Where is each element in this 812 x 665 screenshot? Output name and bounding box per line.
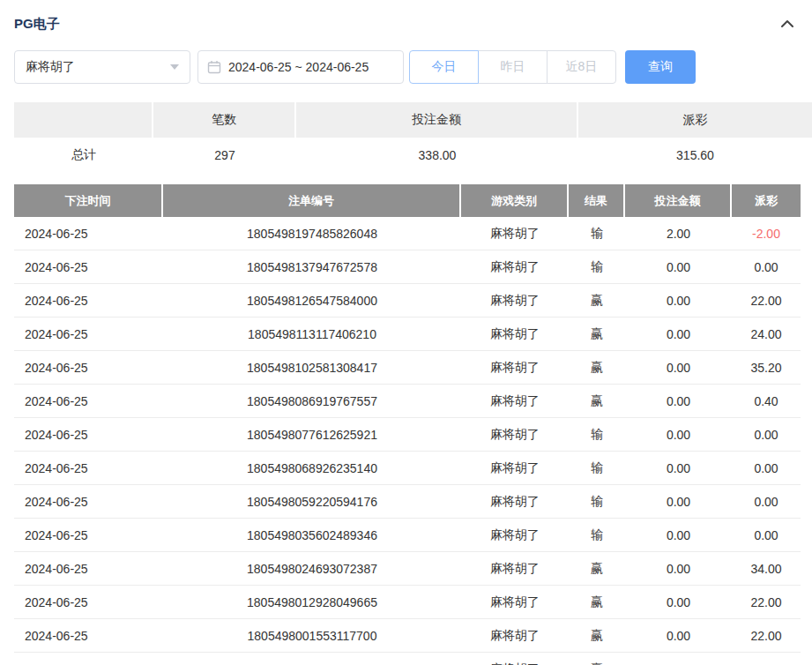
- cell-bet-time: 2024-06-25: [14, 385, 163, 418]
- cell-bet-amount: 0.00: [625, 619, 732, 653]
- table-row: 2024-06-251805498001553117700麻将胡了赢0.0022…: [14, 619, 801, 653]
- cell-result: 输: [569, 418, 625, 452]
- cell-result: 赢: [569, 619, 625, 653]
- cell-bet-time: 2024-06-25: [14, 318, 163, 351]
- quick-filter-yesterday[interactable]: 昨日: [478, 50, 548, 84]
- summary-header-bet-amount: 投注金额: [296, 102, 578, 138]
- collapse-button[interactable]: [780, 16, 794, 32]
- cell-game-type: 麻将胡了: [461, 318, 569, 351]
- table-row: 2024-06-251805498035602489346麻将胡了输0.000.…: [14, 519, 801, 552]
- cell-game-type: 麻将胡了: [461, 351, 569, 385]
- cell-bet-time: 2024-06-25: [14, 351, 163, 385]
- cell-payout: 35.20: [732, 351, 801, 385]
- cell-result: 赢: [569, 385, 625, 418]
- cell-bet-id: 1805498001553117700: [163, 619, 461, 653]
- summary-header-payout: 派彩: [578, 102, 812, 138]
- cell-result: 赢: [569, 351, 625, 385]
- cell-game-type: 麻将胡了: [461, 485, 569, 519]
- cell-bet-time: 2024-06-25: [14, 619, 163, 653]
- header-bet-amount: 投注金额: [625, 184, 732, 217]
- filter-bar: 麻将胡了 2024-06-25 ~ 2024-06-25 今日 昨日 近8日 查…: [14, 50, 812, 84]
- table-row: 2024-06-251805498059220594176麻将胡了输0.000.…: [14, 485, 801, 519]
- cell-bet-amount: 0.00: [625, 452, 732, 485]
- cell-result: 输: [569, 519, 625, 552]
- summary-total-row: 总计 297 338.00 315.60: [14, 138, 812, 172]
- cell-bet-amount: 0.00: [625, 586, 732, 619]
- summary-header-count: 笔数: [153, 102, 296, 138]
- cell-bet-time: 2024-06-25: [14, 418, 163, 452]
- cell-bet-id: 1805498024693072387: [163, 552, 461, 586]
- cell-bet-time: 2024-06-25: [14, 284, 163, 318]
- cell-bet-amount: 0.00: [625, 351, 732, 385]
- summary-header-row: 笔数 投注金额 派彩: [14, 102, 812, 138]
- cell-bet-time: 2024-06-25: [14, 217, 163, 250]
- date-range-value: 2024-06-25 ~ 2024-06-25: [228, 60, 369, 74]
- cell-bet-amount: 0.00: [625, 552, 732, 586]
- cell-bet-id: 1805497990192443392: [163, 653, 461, 665]
- header-game-type: 游戏类别: [461, 184, 569, 217]
- cell-payout: 0.00: [732, 485, 801, 519]
- cell-payout: 22.00: [732, 284, 801, 318]
- header-payout: 派彩: [732, 184, 801, 217]
- quick-filter-last8days[interactable]: 近8日: [547, 50, 616, 84]
- panel-header: PG电子: [14, 14, 812, 34]
- cell-bet-time: 2024-06-25: [14, 586, 163, 619]
- cell-game-type: 麻将胡了: [461, 250, 569, 284]
- cell-bet-id: 1805498012928049665: [163, 586, 461, 619]
- cell-bet-amount: 0.00: [625, 418, 732, 452]
- bet-table: 下注时间 注单编号 游戏类别 结果 投注金额 派彩 2024-06-251805…: [14, 184, 801, 665]
- cell-result: 赢: [569, 586, 625, 619]
- cell-bet-id: 1805498035602489346: [163, 519, 461, 552]
- cell-result: 输: [569, 217, 625, 250]
- bet-table-wrap: 下注时间 注单编号 游戏类别 结果 投注金额 派彩 2024-06-251805…: [14, 184, 812, 665]
- cell-result: 赢: [569, 653, 625, 665]
- search-button[interactable]: 查询: [625, 50, 696, 84]
- cell-bet-id: 1805498068926235140: [163, 452, 461, 485]
- cell-bet-time: 2024-06-25: [14, 485, 163, 519]
- table-row: 2024-06-251805498068926235140麻将胡了输0.000.…: [14, 452, 801, 485]
- bet-table-body: 2024-06-251805498197485826048麻将胡了输2.00-2…: [14, 217, 801, 665]
- table-scrollbar[interactable]: [801, 184, 812, 665]
- cell-bet-amount: 0.00: [625, 519, 732, 552]
- cell-bet-amount: 0.00: [625, 485, 732, 519]
- table-row: 2024-06-251805497990192443392麻将胡了赢0.0022…: [14, 653, 801, 665]
- cell-payout: 22.00: [732, 619, 801, 653]
- cell-bet-id: 1805498077612625921: [163, 418, 461, 452]
- table-row: 2024-06-251805498102581308417麻将胡了赢0.0035…: [14, 351, 801, 385]
- table-row: 2024-06-251805498024693072387麻将胡了赢0.0034…: [14, 552, 801, 586]
- cell-bet-time: 2024-06-25: [14, 250, 163, 284]
- table-row: 2024-06-251805498077612625921麻将胡了输0.000.…: [14, 418, 801, 452]
- table-row: 2024-06-251805498012928049665麻将胡了赢0.0022…: [14, 586, 801, 619]
- header-result: 结果: [569, 184, 625, 217]
- summary-total-count: 297: [153, 138, 296, 172]
- date-range-picker[interactable]: 2024-06-25 ~ 2024-06-25: [197, 50, 404, 84]
- cell-result: 赢: [569, 318, 625, 351]
- cell-payout: 22.00: [732, 653, 801, 665]
- bet-table-header-row: 下注时间 注单编号 游戏类别 结果 投注金额 派彩: [14, 184, 801, 217]
- header-bet-time: 下注时间: [14, 184, 163, 217]
- cell-bet-amount: 0.00: [625, 318, 732, 351]
- quick-filter-today[interactable]: 今日: [409, 50, 479, 84]
- cell-bet-id: 1805498137947672578: [163, 250, 461, 284]
- game-select[interactable]: 麻将胡了: [14, 50, 190, 84]
- panel-title: PG电子: [14, 16, 60, 33]
- cell-result: 输: [569, 250, 625, 284]
- cell-game-type: 麻将胡了: [461, 385, 569, 418]
- summary-total-payout: 315.60: [578, 138, 812, 172]
- table-row: 2024-06-251805498197485826048麻将胡了输2.00-2…: [14, 217, 801, 250]
- cell-payout: 0.00: [732, 519, 801, 552]
- cell-bet-amount: 2.00: [625, 217, 732, 250]
- table-row: 2024-06-251805498126547584000麻将胡了赢0.0022…: [14, 284, 801, 318]
- game-select-value: 麻将胡了: [26, 59, 75, 75]
- cell-bet-amount: 0.00: [625, 250, 732, 284]
- summary-total-bet-amount: 338.00: [296, 138, 578, 172]
- table-row: 2024-06-251805498137947672578麻将胡了输0.000.…: [14, 250, 801, 284]
- cell-result: 赢: [569, 552, 625, 586]
- cell-game-type: 麻将胡了: [461, 552, 569, 586]
- cell-game-type: 麻将胡了: [461, 653, 569, 665]
- cell-payout: 0.00: [732, 418, 801, 452]
- cell-bet-id: 1805498113117406210: [163, 318, 461, 351]
- cell-game-type: 麻将胡了: [461, 217, 569, 250]
- cell-game-type: 麻将胡了: [461, 586, 569, 619]
- cell-bet-amount: 0.00: [625, 385, 732, 418]
